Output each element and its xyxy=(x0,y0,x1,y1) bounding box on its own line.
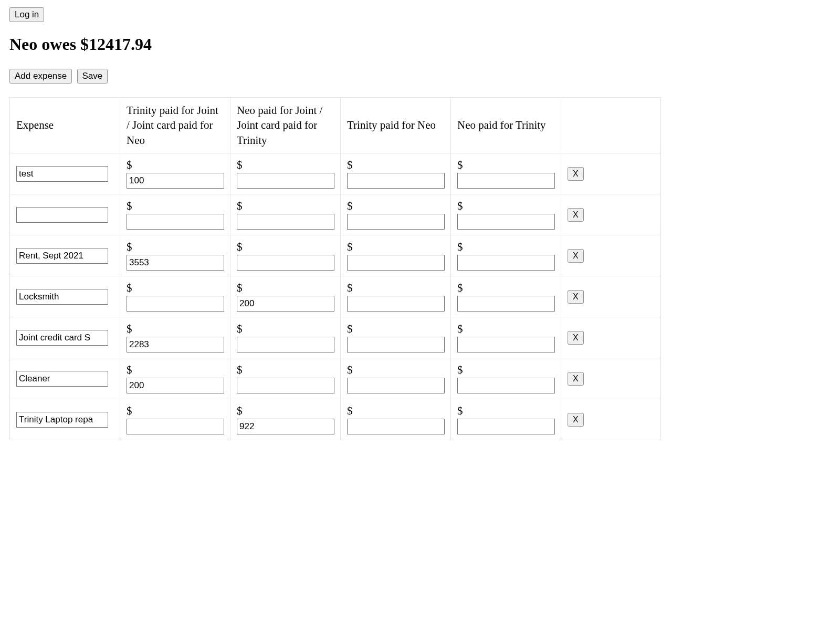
amount-input-c3[interactable] xyxy=(347,337,445,353)
amount-input-c4[interactable] xyxy=(457,173,555,189)
amount-input-c4[interactable] xyxy=(457,296,555,312)
amount-input-c1[interactable] xyxy=(127,214,224,230)
table-row: $$$$X xyxy=(10,399,661,440)
expenses-table: Expense Trinity paid for Joint / Joint c… xyxy=(9,97,661,440)
currency-symbol: $ xyxy=(127,364,224,377)
currency-symbol: $ xyxy=(237,159,334,172)
currency-symbol: $ xyxy=(127,282,224,295)
table-row: $$$$X xyxy=(10,358,661,399)
currency-symbol: $ xyxy=(347,282,444,295)
table-row: $$$$X xyxy=(10,317,661,358)
currency-symbol: $ xyxy=(237,405,334,418)
amount-input-c2[interactable] xyxy=(237,337,334,353)
currency-symbol: $ xyxy=(237,241,334,254)
expense-name-input[interactable] xyxy=(16,248,108,264)
delete-row-button[interactable]: X xyxy=(568,208,584,222)
col-header-c2: Neo paid for Joint / Joint card paid for… xyxy=(230,98,341,153)
amount-input-c4[interactable] xyxy=(457,214,555,230)
currency-symbol: $ xyxy=(457,159,554,172)
currency-symbol: $ xyxy=(347,200,444,213)
col-header-c4: Neo paid for Trinity xyxy=(451,98,561,153)
amount-input-c3[interactable] xyxy=(347,214,445,230)
amount-input-c1[interactable] xyxy=(127,255,224,271)
amount-input-c1[interactable] xyxy=(127,419,224,434)
currency-symbol: $ xyxy=(237,282,334,295)
col-header-c3: Trinity paid for Neo xyxy=(341,98,451,153)
currency-symbol: $ xyxy=(347,241,444,254)
table-row: $$$$X xyxy=(10,235,661,276)
delete-row-button[interactable]: X xyxy=(568,167,584,181)
currency-symbol: $ xyxy=(457,323,554,336)
expense-name-input[interactable] xyxy=(16,207,108,223)
currency-symbol: $ xyxy=(457,241,554,254)
add-expense-button[interactable]: Add expense xyxy=(9,69,72,84)
expense-name-input[interactable] xyxy=(16,371,108,387)
amount-input-c2[interactable] xyxy=(237,255,334,271)
amount-input-c4[interactable] xyxy=(457,378,555,393)
amount-input-c1[interactable] xyxy=(127,378,224,393)
amount-input-c4[interactable] xyxy=(457,419,555,434)
col-header-c1: Trinity paid for Joint / Joint card paid… xyxy=(120,98,230,153)
delete-row-button[interactable]: X xyxy=(568,290,584,304)
amount-input-c2[interactable] xyxy=(237,173,334,189)
currency-symbol: $ xyxy=(457,282,554,295)
balance-heading: Neo owes $12417.94 xyxy=(9,35,831,54)
currency-symbol: $ xyxy=(347,405,444,418)
amount-input-c3[interactable] xyxy=(347,378,445,393)
amount-input-c2[interactable] xyxy=(237,296,334,312)
currency-symbol: $ xyxy=(127,241,224,254)
amount-input-c3[interactable] xyxy=(347,255,445,271)
amount-input-c2[interactable] xyxy=(237,214,334,230)
currency-symbol: $ xyxy=(457,200,554,213)
save-button[interactable]: Save xyxy=(77,69,108,84)
delete-row-button[interactable]: X xyxy=(568,249,584,263)
currency-symbol: $ xyxy=(237,200,334,213)
currency-symbol: $ xyxy=(347,159,444,172)
currency-symbol: $ xyxy=(457,364,554,377)
amount-input-c2[interactable] xyxy=(237,419,334,434)
expense-name-input[interactable] xyxy=(16,412,108,428)
currency-symbol: $ xyxy=(127,405,224,418)
amount-input-c4[interactable] xyxy=(457,255,555,271)
amount-input-c1[interactable] xyxy=(127,296,224,312)
currency-symbol: $ xyxy=(237,364,334,377)
col-header-actions xyxy=(561,98,661,153)
amount-input-c3[interactable] xyxy=(347,419,445,434)
expense-name-input[interactable] xyxy=(16,330,108,346)
amount-input-c3[interactable] xyxy=(347,296,445,312)
amount-input-c1[interactable] xyxy=(127,173,224,189)
currency-symbol: $ xyxy=(347,364,444,377)
amount-input-c3[interactable] xyxy=(347,173,445,189)
delete-row-button[interactable]: X xyxy=(568,413,584,427)
currency-symbol: $ xyxy=(347,323,444,336)
table-header-row: Expense Trinity paid for Joint / Joint c… xyxy=(10,98,661,153)
table-row: $$$$X xyxy=(10,194,661,235)
currency-symbol: $ xyxy=(457,405,554,418)
expense-name-input[interactable] xyxy=(16,289,108,305)
amount-input-c4[interactable] xyxy=(457,337,555,353)
login-button[interactable]: Log in xyxy=(9,7,44,22)
toolbar: Add expense Save xyxy=(9,69,831,84)
amount-input-c2[interactable] xyxy=(237,378,334,393)
delete-row-button[interactable]: X xyxy=(568,331,584,345)
table-row: $$$$X xyxy=(10,153,661,194)
expense-name-input[interactable] xyxy=(16,166,108,182)
table-row: $$$$X xyxy=(10,276,661,317)
currency-symbol: $ xyxy=(127,323,224,336)
currency-symbol: $ xyxy=(127,159,224,172)
amount-input-c1[interactable] xyxy=(127,337,224,353)
delete-row-button[interactable]: X xyxy=(568,372,584,386)
currency-symbol: $ xyxy=(127,200,224,213)
currency-symbol: $ xyxy=(237,323,334,336)
col-header-expense: Expense xyxy=(10,98,120,153)
